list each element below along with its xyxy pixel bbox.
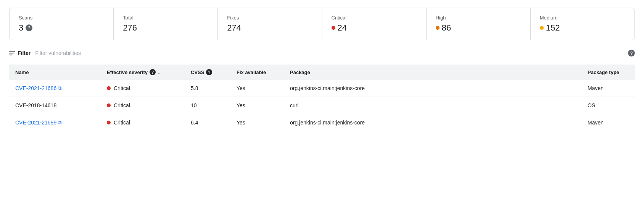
col-header-package-type: Package type: [581, 65, 635, 80]
cell-name: CVE-2021-21689⧉: [9, 114, 101, 131]
cell-fix: Yes: [230, 114, 284, 131]
stat-high: High 86: [427, 8, 531, 40]
scans-number: 3: [19, 23, 23, 33]
stat-fixes-value: 274: [227, 23, 312, 33]
critical-dot: [332, 26, 335, 30]
cell-package-type: Maven: [581, 114, 635, 131]
severity-dot: [107, 121, 111, 124]
cell-package: curl: [284, 97, 581, 114]
filter-button[interactable]: Filter: [9, 50, 31, 56]
table-row: CVE-2021-21686⧉Critical5.8Yesorg.jenkins…: [9, 80, 635, 97]
medium-dot: [540, 26, 544, 30]
severity-dot: [107, 103, 111, 107]
col-header-package: Package: [284, 65, 581, 80]
stat-critical-label: Critical: [332, 15, 417, 21]
scans-help-icon[interactable]: ?: [26, 24, 32, 31]
cell-package: org.jenkins-ci.main:jenkins-core: [284, 114, 581, 131]
stat-scans-label: Scans: [19, 15, 104, 21]
table-row: CVE-2021-21689⧉Critical6.4Yesorg.jenkins…: [9, 114, 635, 131]
col-name-label: Name: [15, 69, 29, 75]
cell-cvss: 5.8: [185, 80, 230, 97]
cell-fix: Yes: [230, 97, 284, 114]
col-fix-label: Fix available: [237, 69, 266, 75]
stat-fixes-label: Fixes: [227, 15, 312, 21]
severity-text: Critical: [114, 119, 130, 126]
stat-medium-value: 152: [540, 23, 625, 33]
col-header-name: Name: [9, 65, 101, 80]
filter-button-label: Filter: [18, 50, 31, 56]
cell-fix: Yes: [230, 80, 284, 97]
filter-section: Filter Filter vulnerabilities ?: [9, 46, 635, 60]
filter-help-icon[interactable]: ?: [628, 50, 635, 57]
stats-bar: Scans 3 ? Total 276 Fixes 274 Critical 2…: [9, 8, 635, 40]
col-package-type-label: Package type: [588, 69, 619, 75]
stat-total-label: Total: [123, 15, 208, 21]
cell-cvss: 10: [185, 97, 230, 114]
cell-severity: Critical: [101, 80, 185, 97]
cell-package: org.jenkins-ci.main:jenkins-core: [284, 80, 581, 97]
stat-scans: Scans 3 ?: [10, 8, 114, 40]
stat-medium-label: Medium: [540, 15, 625, 21]
cve-link[interactable]: CVE-2021-21689⧉: [15, 119, 61, 126]
col-header-fix: Fix available: [230, 65, 284, 80]
severity-text: Critical: [114, 85, 130, 91]
col-severity-label: Effective severity: [107, 69, 148, 75]
stat-scans-value: 3 ?: [19, 23, 104, 33]
fixes-number: 274: [227, 23, 241, 33]
severity-text: Critical: [114, 102, 130, 108]
filter-input-placeholder[interactable]: Filter vulnerabilities: [35, 50, 81, 56]
col-cvss-label: CVSS: [191, 69, 204, 75]
cve-link[interactable]: CVE-2021-21686⧉: [15, 85, 61, 91]
severity-help-icon[interactable]: ?: [150, 69, 156, 75]
cell-name: CVE-2021-21686⧉: [9, 80, 101, 97]
cell-package-type: OS: [581, 97, 635, 114]
vulnerability-table-container: Name Effective severity ? ↓ CVSS ?: [9, 65, 635, 131]
cell-severity: Critical: [101, 114, 185, 131]
stat-medium: Medium 152: [531, 8, 634, 40]
vulnerability-table: Name Effective severity ? ↓ CVSS ?: [9, 65, 635, 131]
cell-name: CVE-2018-14618: [9, 97, 101, 114]
high-number: 86: [442, 23, 451, 33]
high-dot: [436, 26, 440, 30]
stat-critical-value: 24: [332, 23, 417, 33]
stat-high-label: High: [436, 15, 521, 21]
cell-package-type: Maven: [581, 80, 635, 97]
stat-critical: Critical 24: [322, 8, 427, 40]
filter-lines-icon: [9, 51, 15, 55]
stat-high-value: 86: [436, 23, 521, 33]
critical-number: 24: [338, 23, 347, 33]
stat-total-value: 276: [123, 23, 208, 33]
stat-total: Total 276: [114, 8, 218, 40]
col-header-severity: Effective severity ? ↓: [101, 65, 185, 80]
cvss-help-icon[interactable]: ?: [206, 69, 212, 75]
severity-dot: [107, 86, 111, 90]
medium-number: 152: [546, 23, 560, 33]
col-header-cvss: CVSS ?: [185, 65, 230, 80]
col-package-label: Package: [290, 69, 310, 75]
external-link-icon: ⧉: [58, 119, 61, 126]
cell-severity: Critical: [101, 97, 185, 114]
table-header-row: Name Effective severity ? ↓ CVSS ?: [9, 65, 635, 80]
severity-sort-icon[interactable]: ↓: [158, 69, 160, 75]
stat-fixes: Fixes 274: [218, 8, 322, 40]
table-row: CVE-2018-14618Critical10YescurlOS: [9, 97, 635, 114]
external-link-icon: ⧉: [58, 85, 61, 91]
total-number: 276: [123, 23, 137, 33]
cell-cvss: 6.4: [185, 114, 230, 131]
